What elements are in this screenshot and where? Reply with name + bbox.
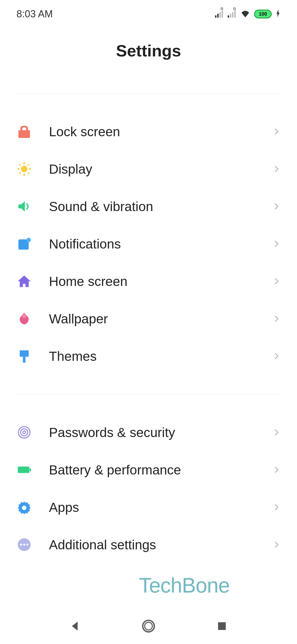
chevron-right-icon	[273, 352, 280, 360]
sun-icon	[16, 161, 32, 177]
section-2: Passwords & security Battery & performan…	[0, 394, 297, 583]
settings-item-additional[interactable]: Additional settings	[0, 526, 297, 563]
settings-item-lock-screen[interactable]: Lock screen	[0, 113, 297, 150]
item-label: Apps	[49, 500, 256, 515]
recent-button[interactable]	[214, 618, 230, 634]
svg-point-6	[28, 164, 29, 166]
chevron-right-icon	[273, 203, 280, 210]
item-label: Home screen	[49, 274, 256, 289]
item-label: Additional settings	[49, 537, 256, 552]
svg-rect-17	[18, 466, 29, 473]
svg-point-8	[28, 172, 29, 174]
svg-point-11	[22, 313, 26, 318]
settings-item-notifications[interactable]: Notifications	[0, 225, 297, 263]
flower-icon	[16, 311, 32, 326]
chevron-right-icon	[273, 240, 280, 248]
svg-point-0	[21, 166, 27, 172]
settings-item-display[interactable]: Display	[0, 150, 297, 188]
item-label: Lock screen	[49, 124, 256, 139]
nav-bar	[0, 608, 297, 644]
notifications-icon	[16, 236, 32, 252]
item-label: Battery & performance	[49, 462, 256, 477]
svg-point-5	[19, 164, 21, 166]
header: Settings	[0, 25, 297, 93]
chevron-right-icon	[273, 315, 280, 323]
svg-point-19	[22, 506, 26, 510]
svg-point-21	[20, 544, 22, 546]
settings-item-apps[interactable]: Apps	[0, 489, 297, 526]
svg-rect-26	[218, 622, 226, 630]
item-label: Sound & vibration	[49, 199, 256, 214]
svg-rect-13	[23, 357, 25, 362]
item-label: Wallpaper	[49, 311, 256, 326]
settings-item-themes[interactable]: Themes	[0, 337, 297, 375]
settings-item-wallpaper[interactable]: Wallpaper	[0, 300, 297, 337]
charging-icon	[276, 10, 280, 18]
svg-point-7	[19, 172, 21, 174]
svg-point-23	[26, 544, 28, 546]
chevron-right-icon	[273, 541, 280, 549]
chevron-right-icon	[273, 429, 280, 436]
sound-icon	[16, 199, 32, 214]
svg-point-1	[23, 162, 25, 164]
battery-level: 100	[254, 10, 272, 18]
battery-icon: 100	[254, 10, 272, 18]
chevron-right-icon	[273, 466, 280, 474]
settings-item-battery[interactable]: Battery & performance	[0, 451, 297, 489]
brush-icon	[16, 348, 32, 364]
svg-point-16	[23, 431, 25, 433]
home-icon	[16, 274, 32, 289]
svg-rect-18	[30, 468, 31, 471]
settings-item-security[interactable]: Passwords & security	[0, 414, 297, 451]
svg-point-15	[21, 429, 28, 436]
svg-point-3	[18, 168, 20, 170]
home-button[interactable]	[141, 618, 156, 634]
item-label: Passwords & security	[49, 425, 256, 440]
battery-perf-icon	[16, 462, 32, 477]
page-title: Settings	[0, 41, 297, 60]
signal-icon-1: R	[215, 10, 224, 18]
item-label: Notifications	[49, 236, 256, 252]
signal-icon-2: R	[228, 10, 237, 18]
fingerprint-icon	[16, 425, 32, 440]
status-bar: 8:03 AM R R 100	[0, 0, 297, 25]
svg-point-25	[145, 622, 152, 630]
settings-item-home-screen[interactable]: Home screen	[0, 263, 297, 300]
chevron-right-icon	[273, 277, 280, 285]
chevron-right-icon	[273, 128, 280, 135]
dots-icon	[16, 537, 32, 552]
status-time: 8:03 AM	[16, 8, 53, 20]
status-icons: R R 100	[215, 10, 280, 18]
svg-point-4	[29, 168, 31, 170]
wifi-icon	[240, 10, 250, 18]
settings-item-sound[interactable]: Sound & vibration	[0, 188, 297, 225]
back-button[interactable]	[67, 618, 83, 634]
item-label: Themes	[49, 349, 256, 364]
lock-icon	[16, 124, 32, 139]
svg-point-22	[23, 544, 25, 546]
item-label: Display	[49, 162, 256, 177]
svg-point-10	[26, 238, 31, 242]
svg-point-2	[23, 174, 25, 176]
section-1: Lock screen Display Sound & vibration No…	[0, 94, 297, 394]
svg-rect-12	[20, 350, 29, 357]
chevron-right-icon	[273, 165, 280, 173]
chevron-right-icon	[273, 503, 280, 511]
svg-point-14	[18, 427, 30, 438]
gear-icon	[16, 500, 32, 515]
